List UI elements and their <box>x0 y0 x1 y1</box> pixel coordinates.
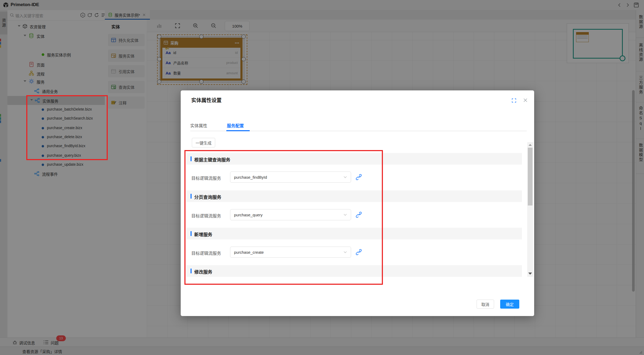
tab-service-config[interactable]: 服务配置 <box>227 122 244 129</box>
application-window: Primeton-IDE 资源 输入关键字 <box>0 0 644 355</box>
annotation-box-file-list <box>26 95 108 160</box>
tab-entity-properties[interactable]: 实体属性 <box>190 122 207 129</box>
cancel-button[interactable]: 取消 <box>477 300 494 309</box>
close-icon[interactable] <box>522 97 528 103</box>
maximize-icon[interactable] <box>511 98 517 103</box>
active-tab-underline <box>226 130 250 131</box>
scroll-up-icon[interactable] <box>529 144 532 146</box>
ok-button[interactable]: 确定 <box>500 300 519 309</box>
dialog-scrollbar-thumb[interactable] <box>528 148 533 205</box>
dialog-title: 实体属性设置 <box>191 96 222 103</box>
one-click-generate-button[interactable]: 一键生成 <box>192 138 215 147</box>
scroll-down-icon[interactable] <box>528 273 532 275</box>
dialog-scrollbar[interactable] <box>527 142 533 277</box>
annotation-box-service-config <box>184 150 383 285</box>
